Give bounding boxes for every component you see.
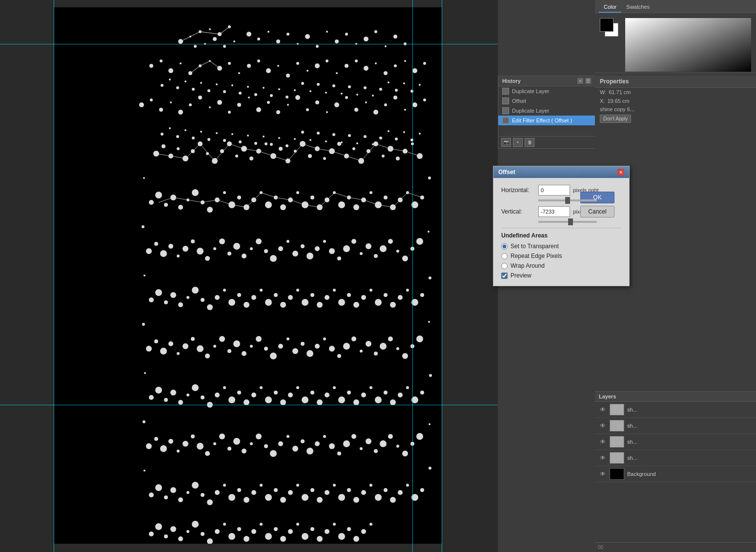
offset-preview-label[interactable]: Preview (511, 272, 531, 279)
history-menu-btn[interactable]: ☰ (585, 78, 591, 84)
offset-dialog-buttons: OK Cancel (580, 192, 614, 217)
svg-point-315 (384, 391, 388, 394)
svg-point-492 (379, 137, 382, 139)
offset-vertical-input[interactable] (538, 206, 570, 217)
offset-horizontal-slider-thumb[interactable] (565, 197, 570, 204)
svg-point-254 (213, 345, 216, 348)
offset-radio-wrap-around[interactable] (501, 263, 508, 269)
layer-item-4[interactable]: 👁 Background (595, 466, 756, 482)
svg-point-478 (270, 143, 273, 146)
svg-point-222 (260, 289, 263, 292)
offset-wrap-around-label[interactable]: Wrap Around (511, 262, 545, 269)
svg-point-468 (192, 137, 195, 139)
svg-point-504 (207, 89, 210, 92)
offset-dialog-close[interactable]: ✕ (617, 169, 624, 176)
layer-thumb-3 (610, 452, 624, 464)
layer-item-2[interactable]: 👁 sh... (595, 434, 756, 450)
svg-point-212 (186, 296, 189, 299)
layer-visibility-0[interactable]: 👁 (599, 406, 607, 414)
svg-point-298 (260, 386, 263, 389)
svg-point-402 (186, 530, 189, 533)
svg-point-22 (345, 33, 348, 36)
svg-point-76 (315, 100, 319, 104)
svg-point-293 (223, 386, 226, 389)
history-item-1[interactable]: Offset (498, 96, 595, 106)
offset-repeat-edge-label[interactable]: Repeat Edge Pixels (511, 253, 562, 259)
svg-point-520 (332, 84, 335, 87)
svg-point-337 (264, 444, 268, 448)
svg-point-516 (301, 82, 304, 85)
svg-point-345 (323, 435, 326, 438)
color-tab-color[interactable]: Color (599, 2, 621, 13)
svg-point-426 (361, 529, 366, 534)
svg-point-234 (347, 293, 351, 297)
svg-point-300 (274, 391, 278, 394)
offset-preview-checkbox[interactable] (501, 273, 508, 279)
svg-point-309 (338, 396, 345, 403)
dont-apply-row: Don't Apply (595, 113, 756, 124)
history-item-2[interactable]: Duplicate Layer (498, 106, 595, 116)
color-gradient-area[interactable] (625, 18, 751, 72)
offset-ok-button[interactable]: OK (580, 192, 614, 203)
svg-point-523 (356, 94, 358, 96)
svg-point-267 (306, 350, 313, 357)
layer-item-3[interactable]: 👁 sh... (595, 450, 756, 466)
svg-point-276 (374, 352, 378, 355)
layer-item-0[interactable]: 👁 sh... (595, 402, 756, 418)
layer-item-1[interactable]: 👁 sh... (595, 418, 756, 434)
color-foreground-swatch[interactable] (600, 18, 613, 32)
offset-radio-repeat-edge[interactable] (501, 253, 508, 259)
svg-point-364 (186, 491, 189, 494)
layer-visibility-1[interactable]: 👁 (599, 422, 607, 430)
offset-radio-set-transparent[interactable] (501, 243, 508, 250)
height-value: 19.65 cm (607, 98, 629, 104)
svg-point-18 (305, 34, 310, 39)
svg-point-50 (355, 59, 358, 62)
svg-point-188 (286, 240, 289, 243)
svg-point-383 (325, 490, 329, 495)
history-item-0[interactable]: Duplicate Layer (498, 86, 595, 96)
svg-point-270 (329, 346, 335, 352)
svg-point-230 (317, 302, 323, 308)
svg-point-528 (395, 89, 398, 92)
layer-visibility-4[interactable]: 👁 (599, 470, 607, 478)
svg-point-419 (310, 527, 314, 531)
offset-vertical-slider[interactable] (538, 221, 597, 223)
svg-point-382 (317, 497, 323, 503)
history-create-new-btn[interactable]: + (513, 138, 523, 147)
svg-point-291 (207, 402, 213, 408)
svg-point-506 (223, 90, 226, 93)
history-new-snapshot-btn[interactable]: 📷 (501, 138, 511, 147)
svg-point-310 (347, 391, 351, 394)
svg-point-332 (227, 447, 231, 451)
svg-point-490 (364, 135, 367, 138)
offset-horizontal-input[interactable] (538, 185, 570, 196)
svg-point-331 (219, 434, 225, 439)
dont-apply-button[interactable]: Don't Apply (600, 115, 631, 123)
history-item-3[interactable]: Edit Filter Effect ( Offset ) (498, 116, 595, 125)
svg-point-226 (288, 295, 293, 300)
svg-point-357 (410, 442, 414, 446)
svg-point-306 (317, 399, 323, 405)
layer-visibility-3[interactable]: 👁 (599, 454, 607, 462)
svg-point-482 (301, 131, 304, 134)
svg-point-354 (388, 434, 393, 439)
offset-cancel-button[interactable]: Cancel (580, 206, 614, 217)
svg-point-531 (419, 84, 421, 86)
svg-point-303 (296, 386, 299, 389)
layer-visibility-2[interactable]: 👁 (599, 438, 607, 446)
history-expand-btn[interactable]: » (577, 78, 583, 84)
color-tab-swatches[interactable]: Swatches (621, 2, 654, 13)
color-panel-body (595, 13, 756, 77)
svg-point-507 (231, 84, 233, 86)
history-delete-btn[interactable]: 🗑 (525, 138, 534, 147)
svg-point-513 (278, 88, 280, 90)
offset-horizontal-slider[interactable] (538, 199, 597, 201)
svg-point-476 (254, 142, 257, 145)
offset-set-transparent-label[interactable]: Set to Transparent (511, 243, 559, 250)
svg-point-119 (337, 142, 341, 146)
history-item-label-3: Edit Filter Effect ( Offset ) (512, 118, 572, 123)
offset-vertical-slider-thumb[interactable] (568, 218, 573, 225)
svg-point-541 (429, 374, 432, 377)
svg-point-414 (274, 527, 278, 531)
